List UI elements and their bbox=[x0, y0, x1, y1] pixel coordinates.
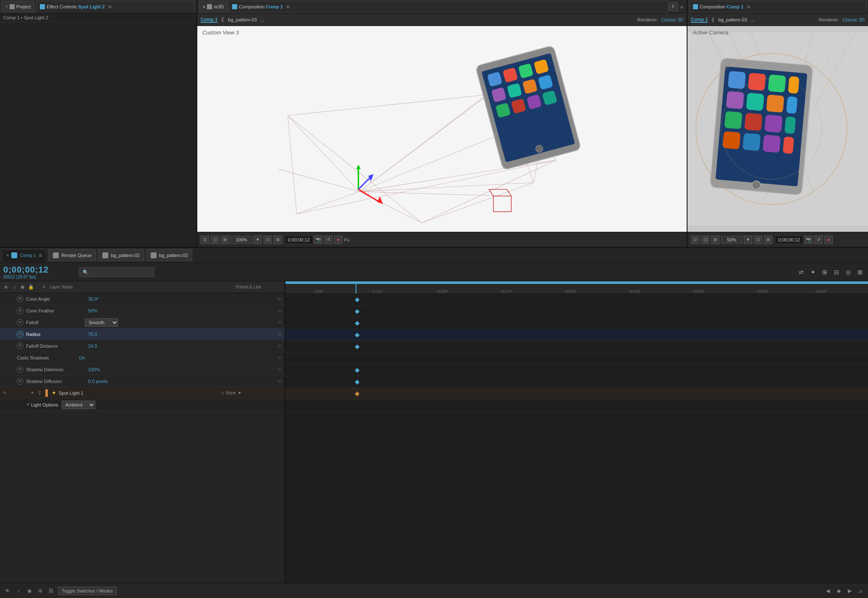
comp-mid-tab[interactable]: Composition Comp 1 ≡ bbox=[228, 1, 668, 13]
project-tab-close[interactable]: × bbox=[5, 4, 8, 9]
zoom-display-mid[interactable]: 100% bbox=[231, 236, 252, 244]
layer-2-audio[interactable] bbox=[8, 390, 14, 396]
renderer-value-right[interactable]: Classic 3D bbox=[842, 17, 865, 22]
timeline-tab-render[interactable]: Render Queue bbox=[48, 249, 96, 262]
bottom-ctrl-graph[interactable]: ⊿ bbox=[856, 587, 865, 595]
layer-2-expand[interactable] bbox=[29, 390, 35, 396]
zoom-display-right[interactable]: 50% bbox=[721, 236, 742, 244]
stopwatch-cone-angle[interactable]: ⏱ bbox=[17, 296, 24, 302]
bottom-ctrl-diamond[interactable]: ◆ bbox=[834, 587, 843, 595]
audio-icon[interactable]: ♪ bbox=[11, 284, 18, 291]
viewer-right-ctrl-cam[interactable]: 📷 bbox=[804, 236, 813, 244]
f-button[interactable]: F bbox=[669, 3, 677, 11]
tool-icon-5[interactable]: ◎ bbox=[844, 268, 853, 277]
stopwatch-falloff[interactable]: ⏱ bbox=[17, 319, 24, 326]
timeline-tab-bg02[interactable]: bg_pattern-02 bbox=[98, 249, 144, 262]
bottom-add-keyframe[interactable]: ⊕ bbox=[36, 587, 44, 595]
viewer-right-ctrl-3[interactable]: ⊞ bbox=[711, 236, 719, 244]
comp-mid-sub-bg[interactable]: bg_pattern-03 bbox=[228, 17, 257, 22]
viewer-ctrl-cam[interactable]: 📷 bbox=[314, 236, 322, 244]
tool-icon-1[interactable]: ⇄ bbox=[797, 268, 806, 277]
light-type-dropdown[interactable]: Ambient Point Spot Parallel bbox=[62, 401, 95, 409]
timeline-timecode[interactable]: 0;00;00;12 bbox=[3, 265, 72, 275]
prop-value-shadow-diffusion[interactable]: 0.0 pixels bbox=[88, 379, 107, 384]
solo-icon[interactable]: ◉ bbox=[19, 284, 26, 291]
viewer-right-ctrl-snap[interactable]: ↺ bbox=[814, 236, 823, 244]
viewer-right-ctrl-5[interactable]: ⊡ bbox=[754, 236, 762, 244]
eye-icon[interactable]: 👁 bbox=[3, 284, 9, 291]
kf-cone-feather[interactable] bbox=[355, 309, 359, 314]
viewer-ctrl-color[interactable]: ● bbox=[334, 236, 342, 244]
comp-mid-expand[interactable]: » bbox=[678, 3, 685, 10]
stopwatch-shadow-diffusion[interactable]: ⏱ bbox=[17, 378, 24, 385]
timecode-mid[interactable]: 0;00;00;12 bbox=[285, 236, 312, 243]
comp-mid-sub-ellipsis[interactable]: ... bbox=[260, 17, 264, 22]
kf-shadow-darkness[interactable] bbox=[355, 368, 359, 372]
viewer-ctrl-3[interactable]: ⊞ bbox=[221, 236, 229, 244]
layer-2-eye[interactable]: 👁 bbox=[2, 390, 8, 396]
tool-icon-3[interactable]: ⊞ bbox=[820, 268, 829, 277]
timeline-comp1-menu[interactable]: ≡ bbox=[39, 252, 42, 259]
kf-falloff-dist[interactable] bbox=[355, 344, 359, 349]
kf-shadow-diffusion[interactable] bbox=[355, 380, 359, 384]
prop-value-shadow-darkness[interactable]: 100% bbox=[88, 367, 100, 372]
viewer-ctrl-5[interactable]: ⊡ bbox=[264, 236, 272, 244]
prop-value-cone-feather[interactable]: 50% bbox=[88, 308, 97, 313]
layer-2-name[interactable]: Spot Light 1 bbox=[58, 391, 221, 396]
timeline-tab-comp1-close[interactable]: × bbox=[6, 253, 9, 258]
tool-icon-6[interactable]: ⊠ bbox=[855, 268, 865, 277]
comp-mid-sub-comp[interactable]: Comp 1 bbox=[201, 17, 217, 23]
viewer-right-ctrl-color[interactable]: ● bbox=[824, 236, 833, 244]
effect-controls-menu[interactable]: ≡ bbox=[107, 3, 113, 10]
comp-right-tab[interactable]: Composition Comp 1 ≡ bbox=[689, 1, 866, 13]
viewer-ctrl-2[interactable]: ◫ bbox=[211, 236, 219, 244]
comp-mid-viewport[interactable]: Custom View 3 bbox=[197, 26, 687, 232]
re3d-tab[interactable]: × re3D bbox=[199, 1, 227, 13]
falloff-dropdown[interactable]: Smooth None Linear bbox=[85, 318, 118, 327]
prop-value-cone-angle[interactable]: 30.0° bbox=[88, 296, 99, 302]
comp-mid-menu[interactable]: ≡ bbox=[285, 3, 291, 10]
comp-right-viewport[interactable]: Active Camera bbox=[688, 26, 868, 232]
kf-cone-angle[interactable] bbox=[355, 297, 359, 302]
light-options-expand[interactable] bbox=[25, 402, 31, 408]
timeline-tab-comp1[interactable]: × Comp 1 ≡ bbox=[2, 249, 47, 262]
bottom-ctrl-link[interactable]: ⛓ bbox=[47, 587, 55, 595]
bottom-ctrl-audio[interactable]: ♪ bbox=[14, 587, 23, 595]
toggle-switches-button[interactable]: Toggle Switches / Modes bbox=[58, 587, 117, 595]
lock-icon[interactable]: 🔒 bbox=[28, 284, 34, 291]
comp-right-menu[interactable]: ≡ bbox=[745, 3, 752, 10]
effect-controls-tab[interactable]: Effect Controls Spot Light 2 ≡ bbox=[36, 1, 195, 13]
stopwatch-falloff-dist[interactable]: ⏱ bbox=[17, 343, 24, 349]
bottom-ctrl-eye[interactable]: 👁 bbox=[3, 587, 12, 595]
stopwatch-radius[interactable]: ⏱ bbox=[17, 331, 24, 338]
kf-layer-2[interactable] bbox=[355, 391, 359, 396]
viewer-ctrl-6[interactable]: ⊞ bbox=[274, 236, 282, 244]
bottom-ctrl-solo[interactable]: ◉ bbox=[25, 587, 34, 595]
viewer-ctrl-snap[interactable]: ↺ bbox=[324, 236, 332, 244]
kf-radius[interactable] bbox=[355, 333, 359, 337]
comp-right-sub-bg[interactable]: bg_pattern-03 bbox=[718, 17, 747, 22]
bottom-ctrl-nav-left[interactable]: ◀ bbox=[824, 587, 832, 595]
stopwatch-shadow-darkness[interactable]: ⏱ bbox=[17, 366, 24, 373]
timecode-right[interactable]: 0;00;00;12 bbox=[776, 236, 803, 243]
dropdown-arrow-2[interactable]: ▼ bbox=[238, 391, 242, 395]
timeline-tab-bg03[interactable]: bg_pattern-03 bbox=[146, 249, 193, 262]
bottom-ctrl-nav-right[interactable]: ▶ bbox=[845, 587, 854, 595]
re3d-tab-close[interactable]: × bbox=[203, 4, 205, 9]
comp-right-sub-ellipsis[interactable]: ... bbox=[750, 17, 754, 22]
tool-icon-4[interactable]: ⊟ bbox=[832, 268, 841, 277]
viewer-right-ctrl-2[interactable]: ◫ bbox=[701, 236, 709, 244]
project-tab[interactable]: × Project bbox=[2, 1, 34, 13]
stopwatch-cone-feather[interactable]: ⏱ bbox=[17, 307, 24, 314]
viewer-right-ctrl-6[interactable]: ⊞ bbox=[764, 236, 772, 244]
viewer-ctrl-4[interactable]: ▼ bbox=[254, 236, 262, 244]
renderer-value-mid[interactable]: Classic 3D bbox=[661, 17, 683, 22]
prop-value-casts-shadows[interactable]: On bbox=[79, 355, 85, 360]
prop-value-falloff-dist[interactable]: 24.0 bbox=[88, 344, 97, 349]
layer-2-solo[interactable] bbox=[15, 390, 21, 396]
prop-value-radius[interactable]: 75.0 bbox=[88, 332, 97, 337]
comp-right-sub-comp[interactable]: Comp 1 bbox=[691, 17, 708, 23]
timeline-playhead[interactable] bbox=[356, 284, 356, 294]
layer-2-lock[interactable] bbox=[22, 390, 28, 396]
viewer-right-ctrl-4[interactable]: ▼ bbox=[744, 236, 752, 244]
